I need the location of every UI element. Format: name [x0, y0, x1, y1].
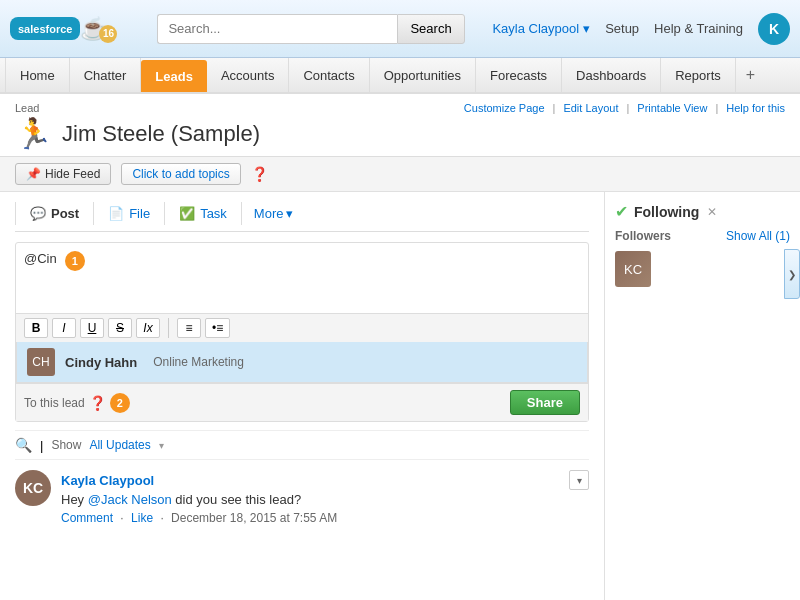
file-tab-icon: 📄: [108, 206, 124, 221]
collapse-sidebar-button[interactable]: ❯: [784, 249, 800, 299]
show-all-link[interactable]: Show All (1): [726, 229, 790, 243]
feed-toolbar: 📌 Hide Feed Click to add topics ❓: [0, 157, 800, 192]
breadcrumb: Lead: [15, 102, 464, 114]
followers-row: Followers Show All (1): [615, 229, 790, 243]
feed-body: Kayla Claypool ▾ Hey @Jack Nelson did yo…: [61, 470, 589, 525]
nav-accounts[interactable]: Accounts: [207, 58, 289, 92]
right-panel: ✔ Following ✕ Followers Show All (1) KC: [605, 192, 800, 600]
edit-layout-link[interactable]: Edit Layout: [563, 102, 618, 114]
like-link[interactable]: Like: [131, 511, 153, 525]
following-row: ✔ Following ✕: [615, 202, 790, 221]
salesforce-text: salesforce: [18, 23, 72, 35]
help-icon[interactable]: ❓: [251, 166, 268, 182]
nav-contacts[interactable]: Contacts: [289, 58, 369, 92]
mention-avatar: CH: [27, 348, 55, 376]
nav-opportunities[interactable]: Opportunities: [370, 58, 476, 92]
more-tab-label: More: [254, 206, 284, 221]
formatting-bar: B I U S Ix ≡ •≡: [16, 313, 588, 342]
hide-feed-button[interactable]: 📌 Hide Feed: [15, 163, 111, 185]
nav-chatter[interactable]: Chatter: [70, 58, 142, 92]
add-topics-button[interactable]: Click to add topics: [121, 163, 240, 185]
help-this-page-link[interactable]: Help for this: [726, 102, 785, 114]
all-updates-link[interactable]: All Updates: [89, 438, 150, 452]
user-menu[interactable]: Kayla Claypool ▾: [492, 21, 590, 36]
follower-avatar: KC: [615, 251, 651, 287]
unordered-list-button[interactable]: •≡: [205, 318, 230, 338]
post-tabs: 💬 Post 📄 File ✅ Task More ▾: [15, 202, 589, 232]
nav-reports[interactable]: Reports: [661, 58, 736, 92]
feed-mention[interactable]: @Jack Nelson: [88, 492, 172, 507]
nav-bar: Home Chatter Leads Accounts Contacts Opp…: [0, 58, 800, 94]
mention-name: Cindy Hahn: [65, 355, 137, 370]
post-area: @Cin 1 B I U S Ix ≡ •≡ CH Cindy Hahn Onl…: [15, 242, 589, 422]
comment-link[interactable]: Comment: [61, 511, 113, 525]
share-to-label: To this lead ❓ 2: [24, 393, 130, 413]
search-button[interactable]: Search: [397, 14, 464, 44]
underline-button[interactable]: U: [80, 318, 104, 338]
main-content: 💬 Post 📄 File ✅ Task More ▾ @Cin 1: [0, 192, 800, 600]
feed-text-after: did you see this lead?: [172, 492, 301, 507]
feed-text-before: Hey: [61, 492, 88, 507]
format-separator: [168, 318, 169, 338]
page-header: Lead 🏃 Jim Steele (Sample) Customize Pag…: [0, 94, 800, 157]
nav-home[interactable]: Home: [5, 58, 70, 92]
tab-more[interactable]: More ▾: [242, 202, 306, 225]
salesforce-logo: salesforce: [10, 17, 80, 40]
strikethrough-button[interactable]: S: [108, 318, 132, 338]
page-title: Jim Steele (Sample): [62, 121, 260, 147]
bold-button[interactable]: B: [24, 318, 48, 338]
feed-item: KC Kayla Claypool ▾ Hey @Jack Nelson did…: [15, 459, 589, 535]
setup-link[interactable]: Setup: [605, 21, 639, 36]
feed-text: Hey @Jack Nelson did you see this lead?: [61, 492, 589, 507]
post-tab-icon: 💬: [30, 206, 46, 221]
share-button[interactable]: Share: [510, 390, 580, 415]
help-link[interactable]: Help & Training: [654, 21, 743, 36]
nav-leads[interactable]: Leads: [141, 60, 207, 92]
page-title-row: 🏃 Jim Steele (Sample): [15, 116, 464, 151]
tab-file[interactable]: 📄 File: [94, 202, 165, 225]
share-to-text: To this lead: [24, 396, 85, 410]
feed-list: KC Kayla Claypool ▾ Hey @Jack Nelson did…: [15, 459, 589, 535]
task-tab-label: Task: [200, 206, 227, 221]
share-row: To this lead ❓ 2 Share: [16, 383, 588, 421]
follower-avatars: KC: [615, 251, 790, 287]
logo-area: salesforce ☕ 16: [10, 16, 117, 42]
search-row: 🔍 | Show All Updates ▾: [15, 430, 589, 459]
search-area: Search: [157, 14, 477, 44]
following-close-icon[interactable]: ✕: [707, 205, 717, 219]
mention-dropdown: CH Cindy Hahn Online Marketing: [16, 342, 588, 383]
clear-format-button[interactable]: Ix: [136, 318, 160, 338]
printable-view-link[interactable]: Printable View: [637, 102, 707, 114]
italic-button[interactable]: I: [52, 318, 76, 338]
page-actions: Customize Page | Edit Layout | Printable…: [464, 102, 785, 114]
nav-forecasts[interactable]: Forecasts: [476, 58, 562, 92]
more-tab-arrow: ▾: [286, 206, 293, 221]
left-panel: 💬 Post 📄 File ✅ Task More ▾ @Cin 1: [0, 192, 605, 600]
notification-badge: 16: [99, 25, 117, 43]
task-tab-icon: ✅: [179, 206, 195, 221]
lead-icon: 🏃: [15, 116, 52, 151]
mention-badge-1: 1: [65, 251, 85, 271]
followers-label: Followers: [615, 229, 671, 243]
nav-dashboards[interactable]: Dashboards: [562, 58, 661, 92]
feed-item-dropdown[interactable]: ▾: [569, 470, 589, 490]
search-input[interactable]: [157, 14, 397, 44]
tab-post[interactable]: 💬 Post: [15, 202, 94, 225]
mention-item[interactable]: CH Cindy Hahn Online Marketing: [17, 342, 587, 382]
tab-task[interactable]: ✅ Task: [165, 202, 242, 225]
chevron-right-icon: ❯: [788, 269, 796, 280]
share-help-icon[interactable]: ❓: [89, 395, 106, 411]
updates-dropdown-icon[interactable]: ▾: [159, 440, 164, 451]
hide-feed-label: Hide Feed: [45, 167, 100, 181]
nav-more-button[interactable]: +: [736, 58, 765, 92]
feed-author[interactable]: Kayla Claypool: [61, 473, 154, 488]
feed-actions: Comment · Like · December 18, 2015 at 7:…: [61, 511, 589, 525]
file-tab-label: File: [129, 206, 150, 221]
feed-timestamp: December 18, 2015 at 7:55 AM: [171, 511, 337, 525]
top-bar: salesforce ☕ 16 Search Kayla Claypool ▾ …: [0, 0, 800, 58]
post-input-text: @Cin: [24, 251, 57, 266]
user-dropdown-icon: ▾: [583, 21, 590, 36]
ordered-list-button[interactable]: ≡: [177, 318, 201, 338]
following-check-icon: ✔: [615, 202, 628, 221]
customize-page-link[interactable]: Customize Page: [464, 102, 545, 114]
